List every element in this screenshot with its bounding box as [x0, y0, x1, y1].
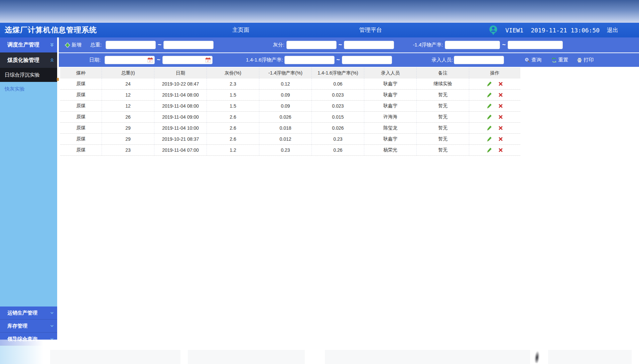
cell-operator: 耿鑫宇: [364, 79, 417, 89]
delete-x-icon[interactable]: [498, 136, 503, 142]
results-table: 煤种总重(t)日期灰份(%)-1.4浮物产率(%)1.4-1.6浮物产率(%)录…: [60, 68, 520, 156]
cell-actions: [469, 101, 520, 111]
cell-operator: 耿鑫宇: [364, 90, 417, 100]
cell-date: 2019-11-04 08:00: [154, 90, 207, 100]
cell-actions: [469, 134, 520, 144]
refresh-icon: [551, 57, 557, 63]
weight-max-input[interactable]: [163, 41, 214, 49]
cell-actions: [469, 145, 520, 155]
chevron-down-icon: [49, 324, 54, 329]
cell-operator: 许海海: [364, 112, 417, 122]
range-tilde: ~: [157, 56, 160, 64]
cell-float_14: 0.23: [259, 145, 312, 155]
chevron-double-up-icon: [49, 58, 54, 63]
add-button[interactable]: 新增: [65, 42, 82, 48]
cell-total_weight: 24: [102, 79, 154, 89]
cell-coal_type: 原煤: [60, 112, 102, 122]
edit-pencil-icon[interactable]: [487, 147, 492, 153]
float1416-max-input[interactable]: [342, 56, 392, 64]
sidebar-group-label: 调度生产管理: [7, 41, 39, 48]
print-button[interactable]: 打印: [577, 57, 594, 63]
cell-float_14: 0.026: [259, 112, 312, 122]
print-button-label: 打印: [584, 57, 594, 63]
sidebar-group-label: 库存管理: [7, 323, 27, 329]
sidebar-item-daily-float-sink-test[interactable]: 日综合浮沉实验: [0, 68, 57, 82]
sidebar-group-dispatch[interactable]: 调度生产管理: [0, 37, 57, 52]
weight-min-input[interactable]: [106, 41, 156, 49]
column-header: -1.4浮物产率(%): [259, 68, 312, 79]
sidebar-item-fast-ash-test[interactable]: 快灰实验: [0, 82, 57, 96]
cell-float_14: 0.09: [259, 101, 312, 111]
cell-float_1416: 0.026: [312, 123, 364, 133]
band-artifact: [50, 350, 180, 364]
plus-icon: [65, 42, 70, 48]
cell-float_1416: 0.23: [312, 134, 364, 144]
chevron-double-down-icon: [49, 42, 54, 47]
cell-coal_type: 原煤: [60, 79, 102, 89]
range-tilde: ~: [158, 41, 161, 48]
edit-pencil-icon[interactable]: [487, 125, 492, 131]
cell-total_weight: 29: [102, 134, 154, 144]
cell-coal_type: 原煤: [60, 145, 102, 155]
cell-ash: 1.2: [207, 145, 259, 155]
band-artifact: [188, 350, 305, 364]
float14-max-input[interactable]: [508, 41, 563, 49]
delete-x-icon[interactable]: [498, 92, 503, 98]
edit-pencil-icon[interactable]: [487, 136, 492, 142]
nav-admin-platform[interactable]: 管理平台: [359, 23, 382, 37]
app-header: 选煤厂计算机信息管理系统 主页面 管理平台 VIEW1 2019-11-21 1…: [0, 23, 639, 37]
cell-ash: 2.6: [207, 123, 259, 133]
edit-pencil-icon[interactable]: [487, 103, 492, 109]
sidebar-group-coal-quality[interactable]: 煤质化验管理: [0, 52, 57, 68]
float14-min-input[interactable]: [445, 41, 500, 49]
logout-button[interactable]: 退出: [607, 26, 618, 34]
cell-float_14: 0.12: [259, 79, 312, 89]
band-artifact: [548, 350, 632, 364]
sidebar-group-label: 煤质化验管理: [7, 57, 39, 64]
float1416-min-input[interactable]: [284, 56, 335, 64]
svg-text:17: 17: [149, 60, 152, 62]
delete-x-icon[interactable]: [498, 114, 503, 120]
cell-actions: [469, 79, 520, 89]
cell-total_weight: 12: [102, 90, 154, 100]
edit-pencil-icon[interactable]: [487, 92, 492, 98]
sidebar-group-inventory[interactable]: 库存管理: [0, 320, 57, 333]
edit-pencil-icon[interactable]: [487, 114, 492, 120]
sidebar-group-sales[interactable]: 运销生产管理: [0, 307, 57, 320]
reset-button[interactable]: 重置: [551, 57, 568, 63]
cell-coal_type: 原煤: [60, 90, 102, 100]
cell-operator: 杨荣光: [364, 145, 417, 155]
cell-date: 2019-10-21 08:37: [154, 134, 207, 144]
cell-total_weight: 26: [102, 112, 154, 122]
cell-float_14: 0.09: [259, 90, 312, 100]
operator-label: 录入人员:: [431, 57, 453, 63]
filter-row-2: 日期: 17 ~ 17 1.4-1.6浮物产率: ~: [59, 53, 639, 67]
cell-ash: 2.6: [207, 134, 259, 144]
ash-min-input[interactable]: [286, 41, 337, 49]
delete-x-icon[interactable]: [498, 147, 503, 153]
ash-max-input[interactable]: [344, 41, 394, 49]
cell-actions: [469, 90, 520, 100]
calendar-icon[interactable]: 17: [205, 57, 211, 63]
delete-x-icon[interactable]: [498, 125, 503, 131]
cell-date: 2019-11-04 07:00: [154, 145, 207, 155]
search-button-label: 查询: [531, 57, 541, 63]
nav-main-page[interactable]: 主页面: [232, 23, 249, 37]
search-button[interactable]: 查询: [525, 57, 541, 63]
cell-remark: 暂无: [417, 90, 469, 100]
cell-float_1416: 0.06: [312, 79, 364, 89]
cell-operator: 耿鑫宇: [364, 101, 417, 111]
column-header: 总重(t): [102, 68, 154, 79]
cell-float_1416: 0.023: [312, 90, 364, 100]
delete-x-icon[interactable]: [498, 81, 503, 87]
reset-button-label: 重置: [558, 57, 568, 63]
sidebar-group-label: 运销生产管理: [7, 310, 37, 316]
delete-x-icon[interactable]: [498, 103, 503, 109]
filter-panel: 新增 总重: ~ 灰分: ~ -1.4浮物产率: ~ 日期: 17 ~: [59, 37, 639, 67]
cell-remark: 暂无: [417, 112, 469, 122]
cell-ash: 2.6: [207, 112, 259, 122]
cell-ash: 1.5: [207, 101, 259, 111]
edit-pencil-icon[interactable]: [487, 81, 492, 87]
operator-input[interactable]: [454, 56, 504, 64]
calendar-icon[interactable]: 17: [147, 57, 153, 63]
